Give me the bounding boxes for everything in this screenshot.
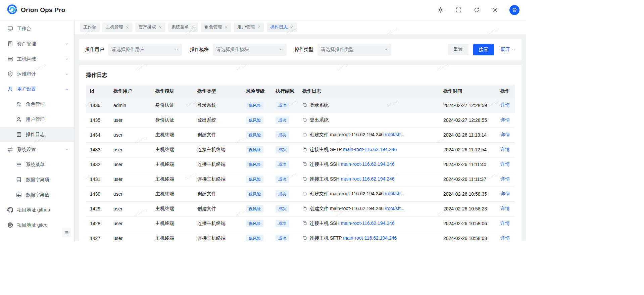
tab-用户管理[interactable]: 用户管理: [234, 22, 264, 32]
cell-log: 创建文件 main-root-116.62.194.246 /root/sft.…: [298, 201, 439, 216]
tab-工作台[interactable]: 工作台: [80, 22, 100, 32]
copy-icon[interactable]: [302, 206, 307, 211]
copy-icon[interactable]: [302, 103, 307, 107]
cell-log: 创建文件 main-root-116.62.194.246 /root/sft.…: [298, 187, 439, 201]
column-header: 操作日志: [298, 85, 439, 98]
cell-risk: 低风险: [242, 113, 271, 128]
log-link[interactable]: /root/sft...: [385, 191, 404, 196]
fullscreen-icon[interactable]: [455, 7, 462, 13]
audit-icon: [7, 71, 13, 77]
avatar[interactable]: 管: [509, 5, 519, 15]
column-header: id: [86, 85, 109, 98]
sidebar-item[interactable]: 项目地址 github: [0, 202, 74, 217]
tab-操作日志[interactable]: 操作日志: [267, 22, 297, 32]
copy-icon[interactable]: [302, 236, 307, 240]
sidebar-item[interactable]: 系统设置: [0, 142, 74, 157]
app-title: Orion Ops Pro: [21, 6, 65, 14]
close-icon[interactable]: [290, 26, 294, 29]
copy-icon[interactable]: [302, 191, 307, 196]
sidebar-item[interactable]: 资产管理: [0, 36, 74, 51]
cell-user: user: [109, 172, 151, 187]
detail-link[interactable]: 详情: [500, 220, 510, 226]
detail-link[interactable]: 详情: [500, 102, 510, 108]
sidebar-item[interactable]: 系统菜单: [0, 157, 74, 172]
sidebar-item[interactable]: 角色管理: [0, 97, 74, 112]
table-row: 1427user主机终端连接主机终端低风险成功连接主机 SFTP main-ro…: [86, 231, 515, 241]
sidebar-item[interactable]: 数据字典值: [0, 187, 74, 202]
tab-label: 工作台: [83, 24, 96, 30]
cell-user: user: [109, 216, 151, 231]
detail-link[interactable]: 详情: [500, 117, 510, 122]
detail-link[interactable]: 详情: [500, 206, 510, 211]
detail-link[interactable]: 详情: [500, 132, 510, 137]
cell-time: 2024-02-26 10:58:03: [439, 231, 496, 241]
log-panel: 操作日志 id操作用户操作模块操作类型风险等级执行结果操作日志操作时间操作 14…: [79, 65, 522, 241]
log-link[interactable]: /root/sft...: [385, 206, 404, 211]
tab-角色管理[interactable]: 角色管理: [201, 22, 231, 32]
copy-icon[interactable]: [302, 132, 307, 137]
expand-label: 展开: [501, 47, 510, 53]
result-badge: 成功: [276, 131, 289, 139]
log-link[interactable]: main-root-116.62.194.246: [343, 147, 397, 152]
sidebar-item[interactable]: 工作台: [0, 21, 74, 36]
log-link[interactable]: main-root-116.62.194.246: [341, 161, 395, 167]
search-button[interactable]: 搜索: [473, 44, 494, 55]
close-icon[interactable]: [191, 26, 195, 29]
detail-link[interactable]: 详情: [500, 235, 510, 241]
log-link[interactable]: main-root-116.62.194.246: [341, 220, 395, 226]
sidebar-item[interactable]: 用户设置: [0, 82, 74, 97]
cell-action: 详情: [496, 187, 515, 201]
sidebar-item[interactable]: 数据字典项: [0, 172, 74, 187]
sidebar-item-label: 用户设置: [17, 86, 61, 92]
log-link[interactable]: /root/sft...: [385, 132, 404, 137]
cell-risk: 低风险: [242, 216, 271, 231]
cell-user: admin: [109, 98, 151, 113]
cell-module: 主机终端: [151, 216, 193, 231]
filter-group-module: 操作模块 请选择操作模块: [190, 44, 287, 56]
cell-type: 连接主机终端: [193, 216, 242, 231]
detail-link[interactable]: 详情: [500, 147, 510, 152]
operation-module-select[interactable]: 请选择操作模块: [213, 44, 287, 56]
cell-type: 连接主机终端: [193, 172, 242, 187]
collapse-sidebar-button[interactable]: [62, 228, 71, 237]
detail-link[interactable]: 详情: [500, 191, 510, 196]
sidebar-item[interactable]: 主机运维: [0, 51, 74, 66]
settings-icon[interactable]: [491, 7, 498, 13]
close-icon[interactable]: [224, 26, 228, 29]
operation-user-select[interactable]: 请选择操作用户: [108, 44, 182, 56]
gitee-icon: [7, 222, 13, 228]
copy-icon[interactable]: [302, 177, 307, 181]
copy-icon[interactable]: [302, 162, 307, 166]
cell-user: user: [109, 113, 151, 128]
close-icon[interactable]: [126, 26, 129, 29]
sidebar-item-label: 项目地址 gitee: [17, 222, 69, 228]
cell-type: 登出系统: [193, 113, 242, 128]
result-badge: 成功: [276, 146, 289, 153]
log-link[interactable]: main-root-116.62.194.246: [341, 176, 395, 182]
tab-主机管理[interactable]: 主机管理: [102, 22, 133, 32]
sidebar-item[interactable]: 运维审计: [0, 66, 74, 82]
refresh-icon[interactable]: [473, 7, 480, 13]
close-icon[interactable]: [158, 26, 162, 29]
copy-icon[interactable]: [302, 117, 307, 122]
log-link[interactable]: main-root-116.62.194.246: [343, 235, 397, 241]
theme-icon[interactable]: [437, 7, 444, 13]
close-icon[interactable]: [257, 26, 261, 29]
cell-result: 成功: [271, 231, 298, 241]
filter-label: 操作类型: [295, 47, 313, 53]
column-header: 操作类型: [193, 85, 242, 98]
sidebar-item[interactable]: 操作日志: [0, 127, 74, 142]
detail-link[interactable]: 详情: [500, 161, 510, 167]
sidebar-item[interactable]: 用户管理: [0, 112, 74, 127]
copy-icon[interactable]: [302, 147, 307, 152]
cell-id: 1427: [86, 231, 109, 241]
reset-button[interactable]: 重置: [448, 44, 468, 55]
copy-icon[interactable]: [302, 221, 307, 226]
tab-资产授权[interactable]: 资产授权: [135, 22, 165, 32]
cell-action: 详情: [496, 231, 515, 241]
expand-filters-link[interactable]: 展开: [501, 47, 515, 53]
tab-系统菜单[interactable]: 系统菜单: [168, 22, 198, 32]
table-row: 1428user主机终端连接主机终端低风险成功连接主机 SSH main-roo…: [86, 216, 515, 231]
operation-type-select[interactable]: 请选择操作类型: [317, 44, 391, 56]
detail-link[interactable]: 详情: [500, 176, 510, 182]
